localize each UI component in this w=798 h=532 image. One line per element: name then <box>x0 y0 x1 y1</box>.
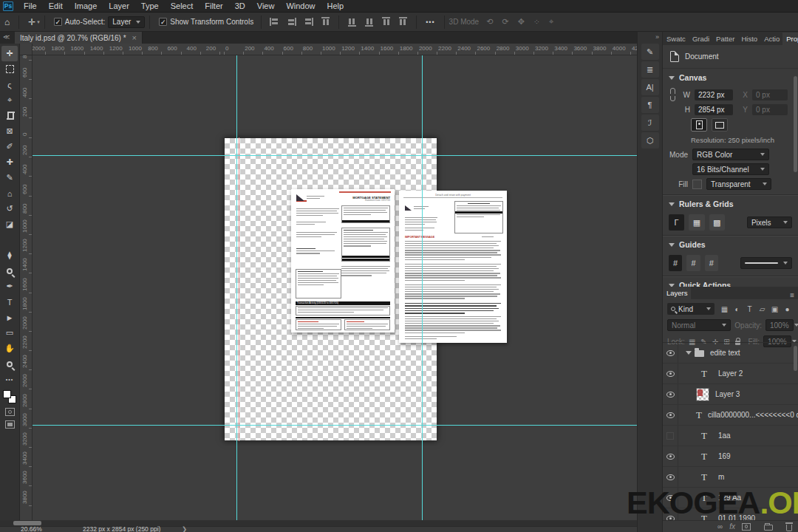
screen-mode-icon[interactable] <box>5 420 15 429</box>
eyedropper-tool[interactable]: ✐ <box>1 139 18 154</box>
align-right-icon[interactable] <box>304 18 313 26</box>
clone-source-icon[interactable]: ⬡ <box>641 132 659 149</box>
distribute-bottom-icon[interactable] <box>399 17 407 27</box>
document-tab[interactable]: Italy id.psd @ 20.7% (RGB/16) * × <box>15 32 143 44</box>
visibility-toggle[interactable] <box>663 467 678 487</box>
layer-row[interactable]: Tcilla0000000...<<<<<<<<0 d <box>663 405 798 426</box>
brushes-icon[interactable]: ≣ <box>641 61 659 78</box>
auto-select-checkbox[interactable]: ✓ <box>54 18 62 26</box>
shape-filter-icon[interactable]: ▱ <box>756 303 768 315</box>
clone-stamp-tool[interactable]: ⌂ <box>1 185 18 201</box>
vertical-ruler[interactable]: 8006004002000200400600800100012001400160… <box>20 55 33 520</box>
layer-row[interactable]: Layer 3 <box>663 384 798 405</box>
ruler-units-dropdown[interactable]: Pixels <box>747 216 792 228</box>
canvas-section-header[interactable]: Canvas <box>663 69 798 85</box>
layers-scrollbar[interactable] <box>794 346 797 371</box>
filter-toggle-icon[interactable]: ● <box>781 303 794 315</box>
pen-tool[interactable]: ✒ <box>1 279 18 294</box>
menu-filter[interactable]: Filter <box>199 1 228 10</box>
menu-layer[interactable]: Layer <box>103 1 135 10</box>
frame-tool[interactable]: ⊠ <box>1 123 18 139</box>
height-field[interactable]: 2854 px <box>695 104 733 115</box>
dodge-tool[interactable] <box>1 263 18 279</box>
visibility-toggle[interactable] <box>663 343 678 363</box>
landscape-orientation-button[interactable] <box>712 118 728 132</box>
visibility-toggle[interactable] <box>663 426 678 446</box>
layer-row[interactable]: Tm <box>663 467 798 488</box>
photoshop-logo-icon[interactable]: Ps <box>3 1 13 11</box>
layers-tab[interactable]: Layers <box>663 287 691 299</box>
link-dimensions-icon[interactable] <box>670 88 675 101</box>
visibility-toggle[interactable] <box>663 364 678 383</box>
color-mode-dropdown[interactable]: RGB Color <box>692 149 769 160</box>
tab-swatc[interactable]: Swatc <box>663 33 689 45</box>
zoom-level[interactable]: 20.66% <box>21 525 42 532</box>
home-icon[interactable]: ⌂ <box>0 17 14 27</box>
align-options-icon[interactable]: ••• <box>421 18 439 26</box>
distribute-vertical-icon[interactable] <box>348 17 356 27</box>
grid-button[interactable]: ▦ <box>689 214 704 231</box>
layer-filter-kind-dropdown[interactable]: Kind <box>667 303 715 315</box>
zoom-tool[interactable] <box>1 356 18 372</box>
type-filter-icon[interactable]: T <box>743 303 756 315</box>
menu-help[interactable]: Help <box>321 1 350 10</box>
3d-roll-icon[interactable]: ⟳ <box>497 17 513 27</box>
eraser-tool[interactable]: ◪ <box>1 216 18 232</box>
ruler-corner-button[interactable]: Γ <box>669 214 684 231</box>
rectangle-tool[interactable]: ▭ <box>1 325 18 341</box>
3d-slide-icon[interactable]: ⁘ <box>529 17 545 27</box>
menu-type[interactable]: Type <box>135 1 165 10</box>
3d-rotate-icon[interactable]: ⟲ <box>482 17 497 27</box>
rectangular-marquee-tool[interactable] <box>1 61 18 77</box>
visibility-toggle[interactable] <box>663 384 678 404</box>
smart-guides-button[interactable]: # <box>705 255 718 271</box>
menu-window[interactable]: Window <box>280 1 321 10</box>
bit-depth-dropdown[interactable]: 16 Bits/Channel <box>692 163 769 175</box>
status-arrow-icon[interactable]: ❯ <box>182 525 187 532</box>
layer-row[interactable]: T01.01.1990 <box>663 508 798 520</box>
3d-drag-icon[interactable]: ✥ <box>514 17 529 27</box>
rulers-grids-section-header[interactable]: Rulers & Grids <box>663 195 798 211</box>
vertical-guide[interactable] <box>422 55 423 520</box>
width-field[interactable]: 2232 px <box>695 89 733 100</box>
menu-image[interactable]: Image <box>69 1 103 10</box>
guide-style-dropdown[interactable] <box>740 257 792 269</box>
horizontal-guide[interactable] <box>33 425 637 426</box>
visibility-toggle[interactable] <box>663 508 678 520</box>
tab-properties[interactable]: Properties <box>782 33 798 45</box>
object-selection-tool[interactable]: ⌖ <box>1 92 18 108</box>
paragraph-panel-icon[interactable]: ¶ <box>641 97 659 113</box>
menu-select[interactable]: Select <box>165 1 200 10</box>
type-tool[interactable]: T <box>1 294 18 310</box>
distribute-horizontal-icon[interactable] <box>365 17 373 27</box>
visibility-toggle[interactable] <box>663 488 678 508</box>
tab-patter[interactable]: Patter <box>712 33 737 45</box>
canvas-pasteboard[interactable]: MORTGAGE STATEMENT Statement Date: 03/17… <box>33 55 637 520</box>
blur-tool[interactable]: ⧫ <box>1 248 18 263</box>
lasso-tool[interactable]: ς <box>1 77 18 92</box>
layer-row[interactable]: T129 Aa <box>663 488 798 508</box>
ruler-origin-corner[interactable] <box>20 44 33 55</box>
layer-row[interactable]: TLayer 2 <box>663 364 798 384</box>
layer-row[interactable]: edite text <box>663 343 798 364</box>
align-left-icon[interactable] <box>270 18 279 26</box>
layer-mask-icon[interactable] <box>742 523 751 531</box>
character-panel-icon[interactable]: A| <box>641 79 659 95</box>
collapse-toolbar-icon[interactable]: ≪ <box>3 33 8 41</box>
3d-scale-icon[interactable]: ⌖ <box>545 17 558 27</box>
foreground-background-colors[interactable] <box>3 390 16 403</box>
visibility-toggle[interactable] <box>663 446 678 466</box>
show-transform-checkbox[interactable]: ✓ <box>159 18 167 26</box>
menu-view[interactable]: View <box>251 1 281 10</box>
portrait-orientation-button[interactable] <box>691 118 707 132</box>
gradient-tool[interactable] <box>1 232 18 248</box>
spot-healing-brush-tool[interactable]: ✚ <box>1 154 18 170</box>
distribute-top-icon[interactable] <box>382 17 390 27</box>
visibility-toggle[interactable] <box>663 405 678 425</box>
menu-file[interactable]: File <box>18 1 43 10</box>
tab-actio[interactable]: Actio <box>760 33 782 45</box>
menu-edit[interactable]: Edit <box>43 1 69 10</box>
fill-dropdown[interactable]: Transparent <box>706 178 771 190</box>
align-top-icon[interactable] <box>321 17 330 27</box>
layer-row[interactable]: T169 <box>663 446 798 467</box>
